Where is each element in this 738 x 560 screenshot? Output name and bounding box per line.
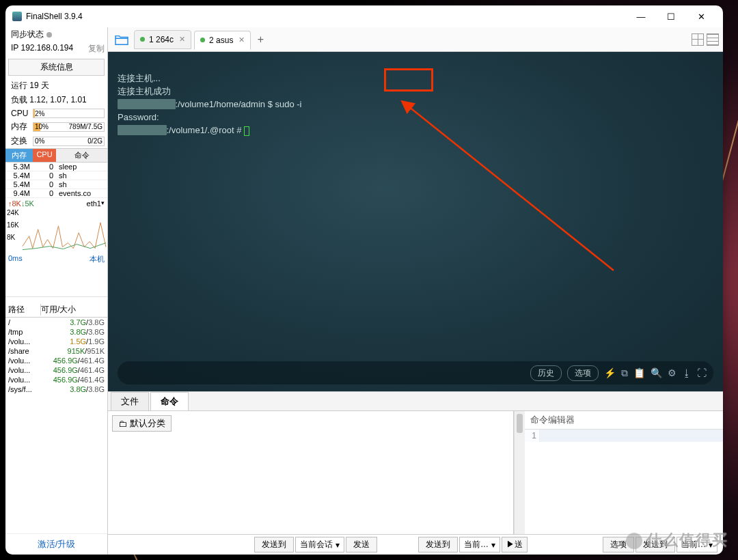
add-tab-button[interactable]: + (254, 33, 267, 46)
session-select-2[interactable]: 当前…▾ (459, 537, 500, 552)
close-icon[interactable]: ✕ (238, 36, 245, 44)
sidebar: 同步状态 IP 192.168.0.194 复制 系统信息 运行 19 天 负载… (5, 27, 108, 555)
open-folder-button[interactable] (112, 31, 131, 48)
fs-header: 路径 可用/大小 (5, 303, 107, 318)
filesystem-row[interactable]: /volu...456.9G/461.4G (5, 375, 107, 384)
network-header: ↑8K ↓5K eth1 ▾ (5, 198, 107, 209)
system-info-button[interactable]: 系统信息 (8, 59, 105, 76)
proc-h-cpu[interactable]: CPU (33, 148, 56, 163)
app-window: FinalShell 3.9.4 — ☐ ✕ 同步状态 IP 192.168.0… (5, 5, 723, 555)
history-button[interactable]: 历史 (530, 365, 562, 381)
send-to-button[interactable]: 发送到 (254, 537, 294, 552)
activate-upgrade-link[interactable]: 激活/升级 (5, 533, 107, 555)
sync-status: 同步状态 (5, 27, 107, 42)
tab-file[interactable]: 文件 (111, 392, 149, 410)
net-iface[interactable]: eth1 (87, 199, 101, 208)
cpu-label: CPU (11, 109, 33, 118)
send-button-2[interactable]: ▶送 (502, 537, 528, 552)
filesystem-row[interactable]: /sys/f...3.8G/3.8G (5, 384, 107, 394)
download-icon[interactable]: ⭳ (682, 367, 692, 378)
chevron-down-icon: ▾ (336, 540, 340, 550)
swap-row: 交换 0%0/2G (5, 134, 107, 148)
term-command: $ sudo -i (268, 99, 302, 109)
copy-link[interactable]: 复制 (88, 43, 105, 55)
process-row[interactable]: 5.3M0sleep (5, 163, 107, 171)
editor-title: 命令编辑器 (525, 411, 723, 430)
filesystem-row[interactable]: /tmp3.8G/3.8G (5, 327, 107, 337)
mem-label: 内存 (11, 121, 33, 132)
proc-h-cmd[interactable]: 命令 (56, 148, 107, 163)
fs-h-path[interactable]: 路径 (8, 304, 41, 316)
send-to-button-2[interactable]: 发送到 (418, 537, 458, 552)
code-line[interactable] (540, 430, 723, 442)
filesystem-row[interactable]: /volu...1.5G/1.9G (5, 337, 107, 346)
watermark: 什么值得买 (626, 530, 728, 550)
filesystem-row[interactable]: /share915K/951K (5, 346, 107, 356)
window-title: FinalShell 3.9.4 (26, 12, 83, 21)
ping-ms: 0ms (8, 254, 23, 264)
tab-command[interactable]: 命令 (150, 392, 189, 410)
process-row[interactable]: 5.4M0sh (5, 171, 107, 180)
term-line: 连接主机... (118, 73, 161, 83)
fullscreen-icon[interactable]: ⛶ (697, 367, 707, 378)
main-area: 1 264c✕2 asus✕ + 连接主机... 连接主机成功 xxxxxxxx… (108, 27, 723, 555)
close-icon[interactable]: ✕ (179, 35, 185, 44)
filesystem-row[interactable]: /volu...456.9G/461.4G (5, 365, 107, 375)
process-row[interactable]: 5.4M0sh (5, 180, 107, 189)
sync-label: 同步状态 (11, 29, 44, 40)
titlebar[interactable]: FinalShell 3.9.4 — ☐ ✕ (5, 5, 723, 27)
load-text: 负载 1.12, 1.07, 1.01 (5, 93, 107, 107)
proc-h-mem[interactable]: 内存 (5, 148, 33, 163)
minimize-button[interactable]: — (626, 6, 656, 27)
swap-label: 交换 (11, 135, 33, 147)
maximize-button[interactable]: ☐ (656, 6, 686, 27)
category-label: 默认分类 (130, 417, 165, 430)
filesystem-row[interactable]: /3.7G/3.8G (5, 318, 107, 327)
list-view-button[interactable] (707, 33, 719, 46)
close-button[interactable]: ✕ (686, 6, 716, 27)
terminal[interactable]: 连接主机... 连接主机成功 xxxxxxxxxxxxx:/volume1/ho… (108, 52, 723, 391)
grid-view-button[interactable] (692, 33, 704, 46)
search-icon[interactable]: 🔍 (651, 367, 662, 378)
options-button[interactable]: 选项 (567, 365, 599, 381)
bolt-icon[interactable]: ⚡ (604, 367, 616, 378)
status-dot-icon (140, 37, 145, 42)
cursor-icon (244, 126, 249, 136)
command-list-panel: 🗀 默认分类 (108, 411, 514, 534)
command-editor-panel: 命令编辑器 1 (525, 411, 723, 534)
copy-icon[interactable]: ⧉ (621, 367, 628, 379)
folder-icon: 🗀 (118, 419, 127, 429)
term-line: 连接主机成功 (118, 86, 171, 96)
session-select[interactable]: 当前会话▾ (295, 537, 344, 552)
scrollbar[interactable] (514, 411, 525, 534)
term-root-prompt: :/volume1/.@root # (167, 125, 245, 135)
session-tab[interactable]: 1 264c✕ (134, 30, 191, 49)
swap-text: 0/2G (87, 137, 104, 145)
net-down: ↓5K (21, 199, 34, 208)
annotation-box (384, 68, 433, 92)
ping-row: 0ms 本机 (5, 253, 107, 266)
send-button[interactable]: 发送 (346, 537, 377, 552)
redacted-host: xxxxxxxxxxx (118, 125, 167, 135)
tab-label: 1 264c (149, 35, 174, 44)
swap-pct: 0% (33, 137, 44, 145)
mem-row: 内存 10%789M/7.5G (5, 120, 107, 134)
default-category[interactable]: 🗀 默认分类 (112, 415, 172, 432)
fs-h-size[interactable]: 可用/大小 (41, 304, 76, 316)
session-tab[interactable]: 2 asus✕ (194, 31, 251, 50)
chevron-down-icon[interactable]: ▾ (101, 199, 105, 208)
term-password-prompt: Password: (118, 112, 159, 122)
app-icon (12, 12, 22, 21)
terminal-toolbar: 历史 选项 ⚡ ⧉ 📋 🔍 ⚙ ⭳ ⛶ (118, 361, 713, 384)
process-table-header: 内存 CPU 命令 (5, 148, 107, 163)
mem-pct: 10% (33, 123, 49, 130)
ip-address: IP 192.168.0.194 (11, 43, 73, 55)
paste-icon[interactable]: 📋 (633, 367, 645, 378)
filesystem-row[interactable]: /volu...456.9G/461.4G (5, 356, 107, 365)
process-row[interactable]: 9.4M0events.co (5, 189, 107, 198)
line-number: 1 (525, 430, 540, 442)
gear-icon[interactable]: ⚙ (668, 367, 676, 378)
tab-label: 2 asus (209, 36, 233, 45)
status-dot-icon (200, 38, 205, 42)
ping-host[interactable]: 本机 (90, 254, 105, 264)
